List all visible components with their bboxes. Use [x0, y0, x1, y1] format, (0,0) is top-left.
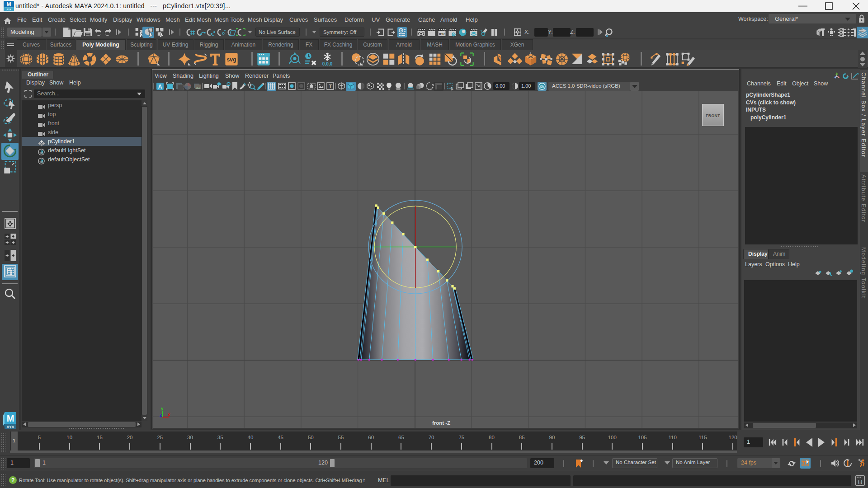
svg-text:x: x	[606, 33, 608, 38]
svg-text:A: A	[158, 84, 162, 90]
svg-text:IPR: IPR	[439, 32, 445, 36]
svg-text:ON: ON	[540, 85, 544, 88]
svg-text:AYA: AYA	[6, 425, 14, 429]
svg-text:AYA: AYA	[6, 8, 11, 11]
svg-text:y: y	[161, 406, 164, 411]
svg-text:svg: svg	[226, 56, 236, 63]
svg-text:{;}: {;}	[858, 479, 862, 484]
svg-text:T: T	[329, 84, 332, 89]
svg-text:FRONT: FRONT	[706, 113, 720, 118]
svg-text:front -Z: front -Z	[432, 420, 450, 426]
svg-text:x: x	[168, 412, 170, 417]
svg-text:M: M	[7, 1, 11, 8]
svg-text:z: z	[160, 413, 162, 418]
svg-text:M: M	[7, 413, 14, 423]
svg-text:0,0,0: 0,0,0	[322, 61, 333, 66]
